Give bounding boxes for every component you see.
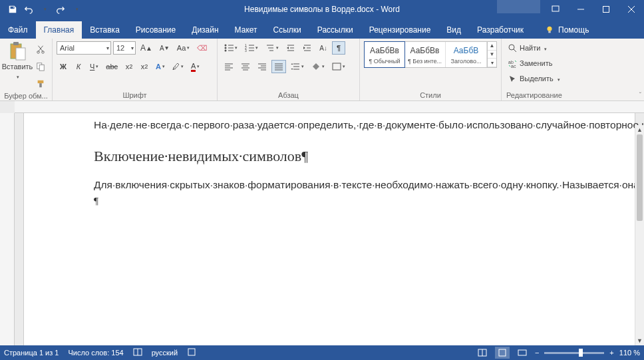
maximize-button[interactable] xyxy=(593,0,619,19)
underline-button[interactable]: Ч xyxy=(87,60,101,73)
ribbon: Вставить Буфер обм... Arial 12 A▲ A▼ Aa … xyxy=(0,39,644,101)
style-heading1[interactable]: АаБбВ Заголово... xyxy=(446,42,487,67)
shading-button[interactable] xyxy=(309,60,327,73)
styles-more[interactable]: ▾ xyxy=(488,59,496,67)
collapse-ribbon-button[interactable]: ˇ xyxy=(639,92,641,99)
highlight-button[interactable]: 🖊 xyxy=(170,60,186,73)
zoom-slider[interactable] xyxy=(544,352,604,354)
paste-button[interactable]: Вставить xyxy=(4,41,31,80)
copy-button[interactable] xyxy=(33,60,48,73)
font-name-combo[interactable]: Arial xyxy=(57,41,111,55)
page[interactable]: На·деле·не·всегда·с·первого·раза·удается… xyxy=(24,113,635,345)
increase-indent-button[interactable] xyxy=(300,41,315,55)
document-area[interactable]: На·деле·не·всегда·с·первого·раза·удается… xyxy=(0,113,644,345)
tab-insert[interactable]: Вставка xyxy=(82,21,128,39)
view-web-button[interactable] xyxy=(515,347,530,359)
borders-button[interactable] xyxy=(329,60,348,73)
ribbon-options-button[interactable] xyxy=(543,0,568,19)
group-paragraph: 123 A↓ ¶ Абзац xyxy=(218,39,360,100)
status-words[interactable]: Число слов: 154 xyxy=(68,349,123,357)
tab-file[interactable]: Файл xyxy=(0,21,36,39)
align-right-button[interactable] xyxy=(255,60,269,73)
tab-home[interactable]: Главная xyxy=(36,21,82,39)
qat-customize[interactable] xyxy=(69,2,84,17)
numbering-button[interactable]: 123 xyxy=(242,41,261,55)
cut-button[interactable] xyxy=(33,43,48,56)
font-color-button[interactable]: A xyxy=(188,60,202,73)
strikethrough-button[interactable]: abc xyxy=(103,60,120,73)
change-case-button[interactable]: Aa xyxy=(174,41,192,55)
styles-scroll-down[interactable]: ▼ xyxy=(488,51,496,59)
pilcrow-icon: ¶ xyxy=(337,44,341,52)
tab-mailings[interactable]: Рассылки xyxy=(309,21,361,39)
zoom-in-button[interactable]: + xyxy=(609,349,613,357)
bold-button[interactable]: Ж xyxy=(57,60,70,73)
copy-icon xyxy=(36,62,45,71)
group-editing-label: Редактирование xyxy=(506,90,563,99)
tab-draw[interactable]: Рисование xyxy=(128,21,184,39)
grow-font-button[interactable]: A▲ xyxy=(138,41,155,55)
svg-rect-0 xyxy=(552,6,559,11)
scroll-down-button[interactable]: ▼ xyxy=(635,336,644,345)
svg-rect-24 xyxy=(188,349,195,355)
multilevel-button[interactable] xyxy=(263,41,281,55)
status-page[interactable]: Страница 1 из 1 xyxy=(4,349,59,357)
replace-button[interactable]: abac Заменить xyxy=(506,57,563,70)
style-normal[interactable]: АаБбВв ¶ Обычный xyxy=(364,41,405,68)
clear-formatting-button[interactable]: ⌫ xyxy=(194,41,210,55)
tab-developer[interactable]: Разработчик xyxy=(469,21,532,39)
account-button[interactable] xyxy=(497,0,540,13)
close-button[interactable] xyxy=(619,0,644,19)
tab-design[interactable]: Дизайн xyxy=(184,21,226,39)
ruler-horizontal[interactable] xyxy=(15,101,644,113)
paragraph-2[interactable]: Для·включения·скрытых·знаков·форматирова… xyxy=(94,177,616,193)
tab-view[interactable]: Вид xyxy=(438,21,469,39)
tab-review[interactable]: Рецензирование xyxy=(361,21,439,39)
status-proofing[interactable] xyxy=(133,347,142,358)
redo-button[interactable] xyxy=(53,2,68,17)
paragraph-1[interactable]: На·деле·не·всегда·с·первого·раза·удается… xyxy=(94,117,616,133)
subscript-button[interactable]: x2 xyxy=(122,60,136,73)
text-effects-button[interactable]: A xyxy=(153,60,168,73)
tell-me[interactable]: Помощь xyxy=(537,21,597,39)
bullets-button[interactable] xyxy=(222,41,240,55)
svg-point-20 xyxy=(509,45,514,50)
view-read-button[interactable] xyxy=(475,347,490,359)
group-editing: Найти abac Заменить Выделить Редактирова… xyxy=(502,39,567,100)
save-button[interactable] xyxy=(5,2,20,17)
zoom-level[interactable]: 110 % xyxy=(619,349,640,357)
svg-point-14 xyxy=(225,47,227,49)
zoom-out-button[interactable]: − xyxy=(535,349,539,357)
find-button[interactable]: Найти xyxy=(506,41,563,55)
superscript-button[interactable]: x2 xyxy=(138,60,151,73)
sort-button[interactable]: A↓ xyxy=(317,41,330,55)
status-macros[interactable] xyxy=(187,347,196,358)
view-print-button[interactable] xyxy=(495,347,510,359)
show-hide-marks-button[interactable]: ¶ xyxy=(332,41,345,55)
justify-button[interactable] xyxy=(271,60,286,73)
font-size-combo[interactable]: 12 xyxy=(113,41,136,55)
paragraph-empty[interactable]: ¶ xyxy=(94,193,616,209)
line-spacing-button[interactable] xyxy=(288,60,307,73)
style-no-spacing[interactable]: АаБбВв ¶ Без инте... xyxy=(404,42,446,67)
align-left-button[interactable] xyxy=(222,60,236,73)
styles-scroll-up[interactable]: ▲ xyxy=(488,42,496,51)
scrollbar-vertical[interactable]: ▲ ▼ xyxy=(635,125,644,345)
decrease-indent-button[interactable] xyxy=(283,41,298,55)
status-language[interactable]: русский xyxy=(152,349,178,357)
scroll-up-button[interactable]: ▲ xyxy=(635,125,644,134)
minimize-button[interactable] xyxy=(568,0,593,19)
tab-references[interactable]: Ссылки xyxy=(265,21,309,39)
undo-button[interactable] xyxy=(21,2,36,17)
tab-layout[interactable]: Макет xyxy=(227,21,265,39)
zoom-thumb[interactable] xyxy=(579,349,583,357)
align-center-button[interactable] xyxy=(238,60,253,73)
heading-1[interactable]: Включение·невидимых·символов¶ xyxy=(94,145,616,168)
outdent-icon xyxy=(286,44,295,52)
format-painter-button[interactable] xyxy=(33,77,48,90)
shrink-font-button[interactable]: A▼ xyxy=(157,41,172,55)
italic-button[interactable]: К xyxy=(72,60,85,73)
select-button[interactable]: Выделить xyxy=(506,72,563,85)
scroll-thumb[interactable] xyxy=(637,134,643,221)
undo-dropdown[interactable] xyxy=(37,2,52,17)
